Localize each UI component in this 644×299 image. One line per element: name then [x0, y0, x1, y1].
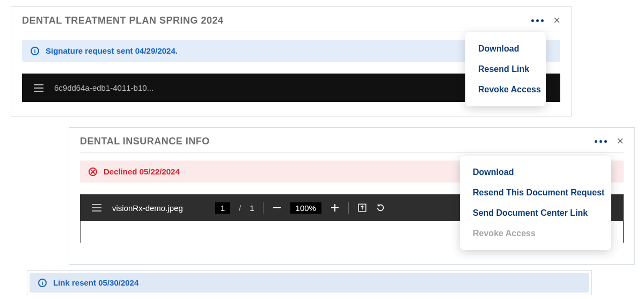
card-header: DENTAL INSURANCE INFO × [69, 128, 634, 152]
vertical-separator [263, 202, 264, 214]
fit-to-page-icon[interactable] [357, 203, 367, 213]
alert-text: Declined 05/22/2024 [104, 167, 180, 176]
card-header: DENTAL TREATMENT PLAN SPRING 2024 × [11, 7, 571, 32]
popover-item-resend-link[interactable]: Resend Link [465, 59, 546, 79]
more-options-popover: Download Resend This Document Request Se… [460, 156, 611, 250]
card-header-actions: × [595, 135, 624, 147]
current-page-input[interactable]: 1 [215, 202, 230, 214]
declined-icon [89, 167, 97, 176]
vertical-separator [348, 202, 349, 214]
close-icon[interactable]: × [617, 135, 624, 147]
card-title: DENTAL TREATMENT PLAN SPRING 2024 [22, 15, 531, 26]
rotate-icon[interactable] [376, 203, 385, 213]
alert-text: Signature request sent 04/29/2024. [46, 46, 178, 55]
more-options-popover: Download Resend Link Revoke Access [465, 32, 546, 106]
alert-text: Link resent 05/30/2024 [53, 278, 138, 287]
menu-icon[interactable] [34, 84, 43, 92]
pdf-viewer-controls: 1 / 1 100% [215, 202, 385, 214]
popover-item-resend-document-request[interactable]: Resend This Document Request [460, 183, 611, 203]
notification-bar: i Link resent 05/30/2024 [27, 270, 592, 295]
more-options-icon[interactable] [531, 19, 544, 22]
popover-item-revoke-access: Revoke Access [460, 223, 611, 244]
menu-icon[interactable] [92, 204, 101, 212]
page-separator: / [239, 203, 241, 213]
zoom-out-icon[interactable] [272, 203, 282, 213]
status-alert-link-resent: i Link resent 05/30/2024 [30, 273, 589, 293]
popover-item-revoke-access[interactable]: Revoke Access [465, 79, 546, 100]
popover-item-send-document-center-link[interactable]: Send Document Center Link [460, 203, 611, 223]
more-options-icon[interactable] [595, 140, 607, 143]
zoom-level-display[interactable]: 100% [290, 202, 321, 214]
popover-item-download[interactable]: Download [460, 162, 611, 183]
info-icon: i [31, 47, 39, 55]
total-pages-label: 1 [250, 203, 254, 213]
close-icon[interactable]: × [553, 14, 560, 26]
card-title: DENTAL INSURANCE INFO [80, 136, 595, 147]
card-header-actions: × [531, 14, 560, 26]
popover-item-download[interactable]: Download [465, 39, 546, 59]
document-filename-label: visionRx-demo.jpeg [112, 203, 183, 213]
document-id-label: 6c9dd64a-edb1-4011-b10... [54, 83, 153, 92]
zoom-in-icon[interactable] [330, 203, 340, 213]
divider [80, 152, 624, 153]
info-icon: i [38, 279, 47, 287]
